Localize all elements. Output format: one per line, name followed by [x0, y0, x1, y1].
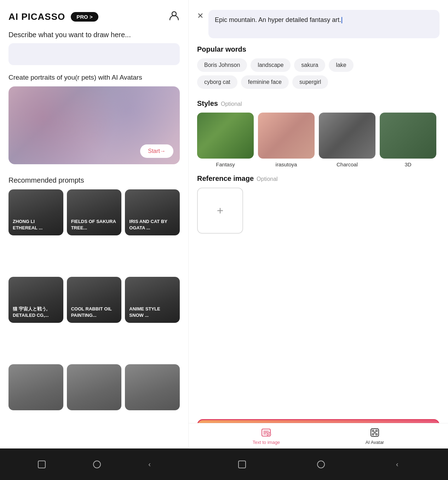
chips-row-1: Boris Johnson landscape sakura lake	[197, 58, 440, 72]
recommended-title: Recommended prompts	[8, 176, 180, 184]
list-item[interactable]	[8, 364, 63, 410]
chip-landscape[interactable]: landscape	[251, 58, 291, 72]
avatars-section: Create portraits of you(r pets) with AI …	[8, 74, 180, 164]
prompt-text: ZHONG LI ETHEREAL ...	[13, 218, 59, 231]
right-content: Popular words Boris Johnson landscape sa…	[197, 45, 440, 448]
nav-label-ai-avatar: AI Avatar	[366, 440, 384, 445]
text-cursor	[341, 17, 342, 23]
describe-label: Describe what you want to draw here...	[8, 31, 180, 39]
bottom-nav-left: ‹	[0, 448, 189, 480]
chip-feminine-face[interactable]: feminine face	[241, 75, 289, 89]
pro-badge[interactable]: PRO >	[71, 12, 98, 22]
right-panel: ✕ Epic mountain. An hyper detailed fanta…	[189, 0, 448, 448]
ai-avatar-icon	[369, 427, 380, 438]
chip-sakura[interactable]: sakura	[294, 58, 325, 72]
left-panel: AI PICASSO PRO > Describe what you want …	[0, 0, 189, 448]
style-item-fantasy[interactable]: Fantasy	[197, 113, 254, 167]
style-label-irasutoya: irasutoya	[276, 161, 297, 167]
android-circle-btn-left[interactable]	[93, 461, 101, 468]
styles-title: StylesOptional	[197, 99, 440, 108]
start-button[interactable]: Start→	[140, 144, 173, 158]
chip-supergirl[interactable]: supergirl	[292, 75, 328, 89]
prompt-text: COOL RABBIT OIL PAINTING...	[71, 306, 117, 319]
style-item-irasutoya[interactable]: irasutoya	[258, 113, 315, 167]
prompt-text: FIELDS OF SAKURA TREE...	[71, 218, 117, 231]
user-icon[interactable]	[168, 10, 180, 24]
prompt-text: IRIS AND CAT BY OGATA ...	[129, 218, 176, 231]
list-item[interactable]: ANIME STYLE SNOW ...	[125, 277, 180, 323]
style-thumb-3d	[380, 113, 436, 159]
list-item[interactable]: COOL RABBIT OIL PAINTING...	[67, 277, 122, 323]
chips-row-2: cyborg cat feminine face supergirl	[197, 75, 440, 89]
prompt-text-box[interactable]: Epic mountain. An hyper detailed fantasy…	[208, 10, 440, 38]
style-thumb-fantasy	[197, 113, 254, 159]
bottom-section: ‹ Text to image	[0, 448, 448, 480]
list-item[interactable]	[67, 364, 122, 410]
nav-item-ai-avatar[interactable]: AI Avatar	[366, 427, 384, 445]
chip-lake[interactable]: lake	[329, 58, 353, 72]
svg-point-4	[374, 432, 375, 433]
prompt-text-content: Epic mountain. An hyper detailed fantasy…	[215, 16, 341, 23]
chip-cyborg-cat[interactable]: cyborg cat	[197, 75, 237, 89]
list-item[interactable]: 猫 宇宙人と戦う, DETAILED CG,...	[8, 277, 63, 323]
popular-words-title: Popular words	[197, 45, 440, 53]
list-item[interactable]: ZHONG LI ETHEREAL ...	[8, 189, 63, 235]
nav-label-text-to-image: Text to image	[253, 440, 280, 445]
add-reference-icon: +	[217, 204, 224, 217]
android-square-btn-right[interactable]	[238, 461, 246, 468]
styles-section: StylesOptional Fantasy irasutoya	[197, 99, 440, 167]
style-thumb-irasutoya	[258, 113, 315, 159]
android-back-btn-right[interactable]: ‹	[396, 460, 398, 468]
list-item[interactable]: IRIS AND CAT BY OGATA ...	[125, 189, 180, 235]
styles-scroll: Fantasy irasutoya Charcoal	[197, 113, 440, 167]
right-header: ✕ Epic mountain. An hyper detailed fanta…	[197, 0, 440, 45]
style-item-3d[interactable]: 3D	[380, 113, 436, 167]
bottom-nav-right: Text to image AI Avatar ‹	[189, 448, 448, 480]
close-button[interactable]: ✕	[197, 11, 203, 21]
android-back-btn-left[interactable]: ‹	[148, 460, 151, 468]
style-label-3d: 3D	[404, 161, 411, 167]
prompts-grid: ZHONG LI ETHEREAL ... FIELDS OF SAKURA T…	[8, 189, 180, 448]
avatars-banner[interactable]: Start→	[8, 86, 180, 164]
style-thumb-charcoal	[319, 113, 375, 159]
style-label-fantasy: Fantasy	[216, 161, 235, 167]
android-square-btn-left[interactable]	[38, 461, 46, 468]
prompt-text: 猫 宇宙人と戦う, DETAILED CG,...	[13, 306, 59, 319]
prompt-text: ANIME STYLE SNOW ...	[129, 306, 176, 319]
android-circle-btn-right[interactable]	[317, 461, 325, 468]
text-to-image-icon	[261, 427, 271, 438]
reference-title: Reference imageOptional	[197, 175, 440, 183]
reference-section: Reference imageOptional +	[197, 175, 440, 234]
list-item[interactable]	[125, 364, 180, 410]
text-input-area[interactable]	[8, 43, 180, 65]
avatars-title: Create portraits of you(r pets) with AI …	[8, 74, 180, 81]
style-item-charcoal[interactable]: Charcoal	[319, 113, 375, 167]
popular-words-section: Popular words Boris Johnson landscape sa…	[197, 45, 440, 92]
chip-boris-johnson[interactable]: Boris Johnson	[197, 58, 247, 72]
style-label-charcoal: Charcoal	[337, 161, 358, 167]
list-item[interactable]: FIELDS OF SAKURA TREE...	[67, 189, 122, 235]
reference-image-upload[interactable]: +	[197, 188, 243, 234]
app-logo: AI PICASSO	[8, 11, 65, 22]
header: AI PICASSO PRO >	[8, 0, 180, 31]
nav-item-text-to-image[interactable]: Text to image	[253, 427, 280, 445]
